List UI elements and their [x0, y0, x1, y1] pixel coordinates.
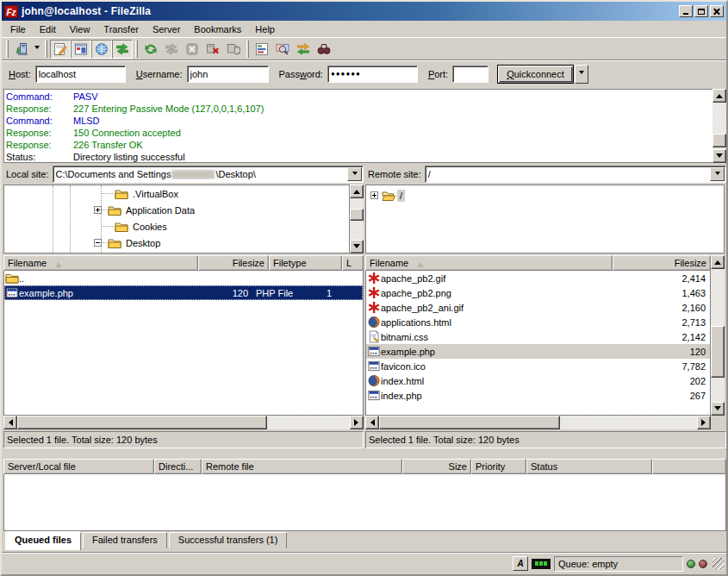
column-header-filesize[interactable]: Filesize — [613, 255, 711, 271]
scroll-left-button[interactable] — [3, 416, 17, 429]
scroll-up-button[interactable] — [350, 185, 364, 198]
resize-grip[interactable] — [712, 558, 725, 570]
local-file-row-example-php[interactable]: example.php 120 PHP File 1 — [4, 285, 363, 300]
synchronized-browsing-button[interactable] — [293, 40, 314, 59]
toggle-queue-button[interactable] — [112, 40, 133, 59]
column-header-direction[interactable]: Directi... — [154, 459, 202, 474]
site-manager-dropdown[interactable] — [32, 40, 42, 59]
remote-hscrollbar[interactable] — [365, 416, 711, 429]
tree-item-cookies[interactable]: Cookies — [101, 218, 170, 235]
speed-limits-icon[interactable] — [532, 559, 551, 569]
log-line: Command:PASV — [6, 91, 711, 103]
title-bar: Fz john@localhost - FileZilla — [2, 2, 726, 21]
tab-failed-transfers[interactable]: Failed transfers — [83, 532, 167, 548]
column-header-filetype[interactable]: Filetype — [269, 255, 342, 271]
local-file-row-updir[interactable]: .. — [4, 271, 363, 285]
column-header-size[interactable]: Size — [402, 459, 471, 474]
scroll-thumb[interactable] — [17, 416, 267, 429]
menu-bookmarks[interactable]: Bookmarks — [187, 22, 248, 36]
tree-item-application-data[interactable]: Application Data — [94, 202, 197, 218]
expand-icon[interactable] — [94, 206, 102, 214]
combo-dropdown-button[interactable] — [347, 167, 362, 181]
menu-transfer[interactable]: Transfer — [96, 22, 146, 36]
transfer-type-icon[interactable]: A — [513, 556, 528, 571]
toggle-remote-tree-button[interactable] — [91, 40, 112, 59]
scroll-right-button[interactable] — [697, 416, 711, 429]
minimize-button[interactable] — [679, 5, 693, 17]
column-header-filename[interactable]: Filename — [365, 255, 613, 271]
remote-list-scrollbar[interactable] — [711, 255, 725, 416]
local-tree-scrollbar[interactable] — [350, 185, 364, 254]
local-status-text: Selected 1 file. Total size: 120 bytes — [3, 431, 364, 448]
menu-view[interactable]: View — [63, 22, 97, 36]
tab-queued-files[interactable]: Queued files — [5, 532, 81, 550]
menu-help[interactable]: Help — [248, 22, 282, 36]
scroll-up-button[interactable] — [712, 89, 726, 103]
remote-file-row[interactable]: index.html 202 — [366, 373, 710, 388]
column-header-filesize[interactable]: Filesize — [198, 255, 269, 271]
remote-file-row[interactable]: index.php 267 — [366, 388, 710, 403]
column-header-remote-file[interactable]: Remote file — [202, 459, 402, 474]
log-scrollbar[interactable] — [712, 89, 726, 163]
scroll-down-button[interactable] — [712, 149, 726, 163]
log-line: Response:150 Connection accepted — [6, 127, 711, 139]
remote-file-row[interactable]: apache_pb2_ani.gif 2,160 — [366, 300, 710, 315]
quickconnect-button[interactable]: Quickconnect — [497, 65, 574, 84]
tree-item-virtualbox[interactable]: .VirtualBox — [101, 185, 181, 202]
column-header-modified[interactable]: L — [342, 255, 364, 271]
queue-tabs: Queued files Failed transfers Successful… — [3, 532, 287, 550]
password-input[interactable] — [327, 66, 418, 83]
menu-edit[interactable]: Edit — [33, 22, 63, 36]
column-header-filename[interactable]: Filename — [3, 255, 198, 271]
scroll-down-button[interactable] — [711, 402, 725, 416]
scroll-thumb[interactable] — [712, 134, 726, 147]
combo-dropdown-button[interactable] — [710, 167, 725, 181]
cancel-operation-button — [182, 40, 202, 59]
column-header-status[interactable]: Status — [526, 459, 652, 474]
expand-icon[interactable] — [370, 191, 378, 199]
tab-successful-transfers[interactable]: Successful transfers (1) — [169, 532, 288, 548]
column-header-server-local-file[interactable]: Server/Local file — [3, 459, 154, 474]
filezilla-window: Fz john@localhost - FileZilla File Edit … — [0, 0, 728, 576]
scroll-thumb[interactable] — [711, 326, 725, 378]
username-input[interactable] — [187, 66, 269, 83]
local-tree-icon — [74, 42, 88, 56]
reconnect-button — [223, 40, 244, 59]
refresh-button[interactable] — [140, 40, 161, 59]
scroll-right-button[interactable] — [350, 416, 364, 429]
close-button[interactable] — [710, 5, 724, 17]
disconnect-button[interactable] — [202, 40, 223, 59]
remote-file-row[interactable]: favicon.ico 7,782 — [366, 359, 710, 373]
quickconnect-dropdown[interactable] — [575, 65, 588, 84]
remote-file-row[interactable]: applications.html 2,713 — [366, 315, 710, 329]
scroll-thumb[interactable] — [350, 209, 364, 221]
remote-site-combo[interactable]: / — [425, 166, 726, 183]
scroll-up-button[interactable] — [711, 255, 725, 269]
directory-comparison-button[interactable] — [272, 40, 293, 59]
toggle-local-tree-button[interactable] — [71, 40, 91, 59]
collapse-icon[interactable] — [94, 239, 102, 247]
filter-button[interactable] — [252, 40, 272, 59]
toggle-message-log-button[interactable] — [50, 40, 71, 59]
scroll-left-button[interactable] — [365, 416, 379, 429]
local-file-list: .. example.php 120 PHP File 1 — [3, 271, 364, 416]
column-header-priority[interactable]: Priority — [471, 459, 526, 474]
host-input[interactable] — [35, 66, 126, 83]
port-input[interactable] — [452, 66, 488, 83]
tree-item-desktop[interactable]: Desktop — [94, 235, 163, 251]
site-manager-button[interactable] — [11, 40, 32, 59]
local-hscrollbar[interactable] — [3, 416, 364, 429]
remote-file-row[interactable]: apache_pb2.png 1,463 — [366, 285, 710, 300]
find-files-button[interactable] — [314, 40, 334, 59]
menu-server[interactable]: Server — [146, 22, 187, 36]
remote-file-row[interactable]: bitnami.css 2,142 — [366, 329, 710, 344]
local-site-combo[interactable]: C:\Documents and Settings\Desktop\ — [53, 166, 364, 183]
maximize-button[interactable] — [694, 5, 708, 17]
tree-item-root[interactable]: / — [370, 187, 405, 203]
scroll-down-button[interactable] — [350, 240, 364, 254]
host-label: Host: — [9, 69, 31, 79]
scroll-thumb[interactable] — [379, 416, 560, 429]
remote-file-row-selected[interactable]: example.php 120 — [366, 344, 710, 359]
menu-file[interactable]: File — [3, 22, 33, 36]
remote-file-row[interactable]: apache_pb2.gif 2,414 — [366, 271, 710, 285]
